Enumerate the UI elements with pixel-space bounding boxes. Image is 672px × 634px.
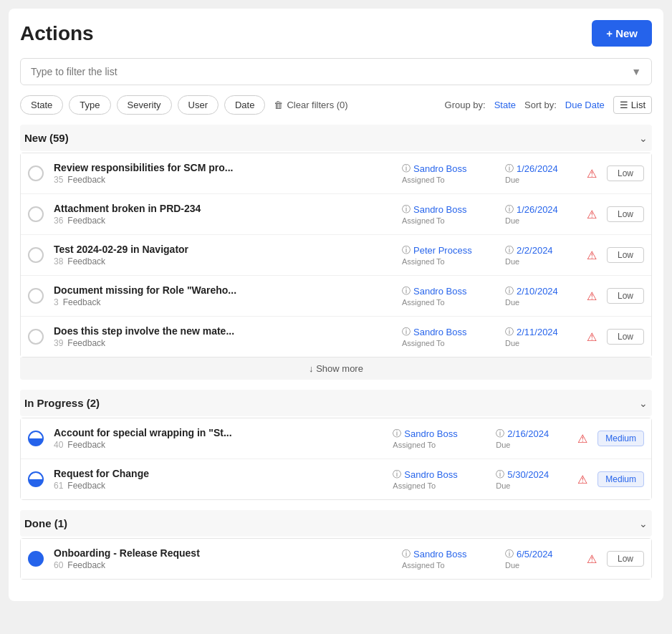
item-status-toggle[interactable] xyxy=(28,471,44,487)
list-lines-icon: ☰ xyxy=(620,100,628,110)
section-done: Done (1) ⌄ Onboarding - Release Request … xyxy=(20,510,652,580)
table-row: Request for Change 61 Feedback ⓘ Sandro … xyxy=(21,459,651,499)
filter-bar: State Type Severity User Date 🗑 Clear fi… xyxy=(20,95,652,115)
date-value: ⓘ 2/16/2024 xyxy=(496,428,567,440)
item-type: Feedback xyxy=(67,481,105,491)
item-type: Feedback xyxy=(67,440,105,450)
filter-state[interactable]: State xyxy=(20,95,63,115)
item-status-toggle[interactable] xyxy=(28,165,44,181)
items-new: Review responsibilities for SCM pro... 3… xyxy=(20,153,652,357)
assigned-name: ⓘ Sandro Boss xyxy=(402,548,495,560)
section-header-new: New (59) ⌄ xyxy=(20,125,652,151)
item-sub: 38 Feedback xyxy=(54,256,392,266)
item-title: Review responsibilities for SCM pro... xyxy=(54,162,392,173)
warning-icon: ⚠ xyxy=(587,330,597,344)
item-id: 40 xyxy=(54,440,63,450)
item-title: Onboarding - Release Request xyxy=(54,547,392,559)
section-in-progress: In Progress (2) ⌄ Account for special wr… xyxy=(20,390,652,500)
warning-icon: ⚠ xyxy=(577,432,587,446)
severity-badge: Low xyxy=(607,288,644,304)
clear-filters-button[interactable]: 🗑 Clear filters (0) xyxy=(274,100,347,110)
group-by-value[interactable]: State xyxy=(494,100,516,110)
search-input[interactable] xyxy=(31,66,631,77)
table-row: Document missing for Role "Wareho... 3 F… xyxy=(21,276,651,317)
assigned-label: Assigned To xyxy=(402,339,495,347)
date-value: ⓘ 6/5/2024 xyxy=(505,548,577,560)
chevron-icon-new[interactable]: ⌄ xyxy=(639,133,648,144)
item-title: Request for Change xyxy=(54,468,383,479)
assigned-name: ⓘ Sandro Boss xyxy=(393,428,486,440)
clear-filters-label: Clear filters (0) xyxy=(287,100,347,110)
date-info-icon: ⓘ xyxy=(496,469,504,481)
item-type: Feedback xyxy=(67,216,105,226)
info-icon: ⓘ xyxy=(402,244,411,256)
item-type: Feedback xyxy=(67,175,105,185)
assigned-col: ⓘ Sandro Boss Assigned To xyxy=(402,163,495,184)
date-value: ⓘ 1/26/2024 xyxy=(505,203,577,216)
new-button[interactable]: + New xyxy=(592,20,652,47)
date-col: ⓘ 5/30/2024 Due xyxy=(496,469,567,490)
item-info: Review responsibilities for SCM pro... 3… xyxy=(54,162,392,185)
section-new: New (59) ⌄ Review responsibilities for S… xyxy=(20,125,652,380)
item-info: Account for special wrapping in "St... 4… xyxy=(54,427,383,450)
item-info: Onboarding - Release Request 60 Feedback xyxy=(54,547,392,570)
assigned-label: Assigned To xyxy=(402,298,495,307)
assigned-name: ⓘ Sandro Boss xyxy=(402,326,495,338)
date-label: Due xyxy=(496,441,567,449)
assigned-label: Assigned To xyxy=(393,481,486,490)
date-info-icon: ⓘ xyxy=(505,163,514,175)
item-status-toggle[interactable] xyxy=(28,206,44,222)
date-info-icon: ⓘ xyxy=(505,244,514,256)
item-status-toggle[interactable] xyxy=(28,551,44,567)
date-col: ⓘ 6/5/2024 Due xyxy=(505,548,577,570)
assigned-name: ⓘ Sandro Boss xyxy=(393,469,486,481)
item-status-toggle[interactable] xyxy=(28,431,44,446)
item-sub: 39 Feedback xyxy=(54,338,392,348)
item-id: 35 xyxy=(54,175,63,185)
info-icon: ⓘ xyxy=(393,428,401,440)
filter-icon: ▼ xyxy=(631,66,641,77)
assigned-col: ⓘ Sandro Boss Assigned To xyxy=(402,285,495,307)
item-status-toggle[interactable] xyxy=(28,288,44,304)
date-col: ⓘ 2/16/2024 Due xyxy=(496,428,567,449)
item-sub: 60 Feedback xyxy=(54,560,392,570)
date-label: Due xyxy=(505,257,577,266)
table-row: Onboarding - Release Request 60 Feedback… xyxy=(21,539,651,579)
item-info: Does this step involve the new mate... 3… xyxy=(54,325,392,348)
warning-icon: ⚠ xyxy=(587,167,597,181)
sections-container: New (59) ⌄ Review responsibilities for S… xyxy=(20,125,652,580)
show-more-button[interactable]: ↓ Show more xyxy=(20,357,652,380)
assigned-label: Assigned To xyxy=(402,216,495,225)
item-title: Account for special wrapping in "St... xyxy=(54,427,383,438)
item-sub: 35 Feedback xyxy=(54,175,392,185)
table-row: Review responsibilities for SCM pro... 3… xyxy=(21,153,651,194)
item-status-toggle[interactable] xyxy=(28,329,44,345)
date-col: ⓘ 1/26/2024 Due xyxy=(505,203,577,225)
date-info-icon: ⓘ xyxy=(505,285,514,297)
filter-date[interactable]: Date xyxy=(224,95,265,115)
item-info: Test 2024-02-29 in Navigator 38 Feedback xyxy=(54,244,392,266)
info-icon: ⓘ xyxy=(393,469,401,481)
sort-by-value[interactable]: Due Date xyxy=(565,100,605,110)
info-icon: ⓘ xyxy=(402,203,411,216)
severity-badge: Low xyxy=(607,329,644,345)
item-status-toggle[interactable] xyxy=(28,247,44,263)
filter-user[interactable]: User xyxy=(178,95,219,115)
assigned-label: Assigned To xyxy=(402,257,495,266)
list-view-button[interactable]: ☰ List xyxy=(613,96,652,114)
section-title-done: Done (1) xyxy=(24,517,67,529)
assigned-col: ⓘ Sandro Boss Assigned To xyxy=(393,428,486,449)
items-in-progress: Account for special wrapping in "St... 4… xyxy=(20,418,652,500)
date-label: Due xyxy=(505,176,577,184)
date-label: Due xyxy=(496,481,567,490)
item-info: Document missing for Role "Wareho... 3 F… xyxy=(54,284,392,307)
list-label: List xyxy=(631,100,645,110)
item-title: Document missing for Role "Wareho... xyxy=(54,284,392,296)
chevron-icon-done[interactable]: ⌄ xyxy=(639,518,648,529)
filter-type[interactable]: Type xyxy=(69,95,110,115)
filter-severity[interactable]: Severity xyxy=(117,95,172,115)
item-sub: 3 Feedback xyxy=(54,297,392,307)
item-sub: 36 Feedback xyxy=(54,216,392,226)
date-label: Due xyxy=(505,298,577,307)
chevron-icon-in-progress[interactable]: ⌄ xyxy=(639,398,648,409)
